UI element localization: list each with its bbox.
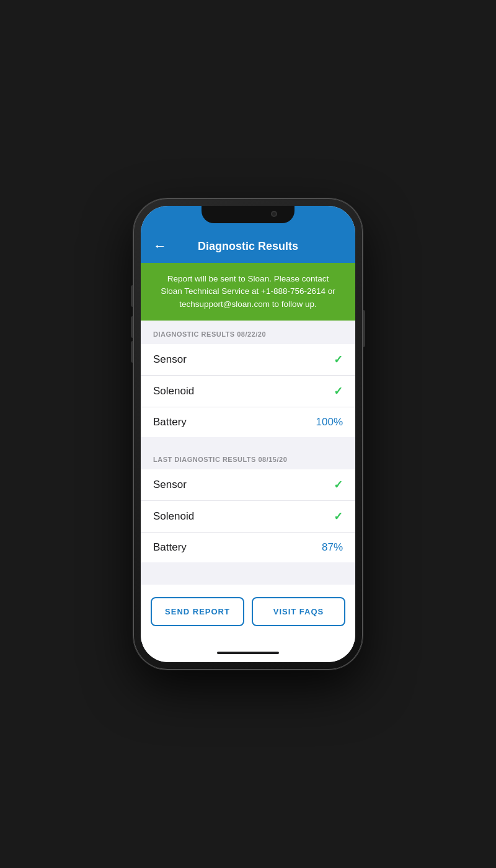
app-header: ← Diagnostic Results	[141, 233, 355, 263]
section-divider	[141, 437, 355, 446]
current-sensor-label: Sensor	[153, 353, 187, 366]
last-sensor-row: Sensor ✓	[141, 469, 355, 501]
current-results-list: Sensor ✓ Solenoid ✓ Battery 100%	[141, 344, 355, 437]
current-battery-row: Battery 100%	[141, 407, 355, 437]
current-sensor-check: ✓	[334, 353, 343, 366]
current-sensor-row: Sensor ✓	[141, 344, 355, 376]
current-solenoid-label: Solenoid	[153, 385, 194, 397]
last-solenoid-row: Solenoid ✓	[141, 501, 355, 533]
current-results-header: DIAGNOSTIC RESULTS 08/22/20	[141, 321, 355, 344]
last-solenoid-check: ✓	[334, 510, 343, 523]
current-battery-label: Battery	[153, 416, 187, 428]
bottom-actions: SEND REPORT VISIT FAQS	[141, 585, 355, 644]
current-solenoid-row: Solenoid ✓	[141, 376, 355, 407]
content-area: DIAGNOSTIC RESULTS 08/22/20 Sensor ✓ Sol…	[141, 321, 355, 585]
camera	[271, 211, 277, 217]
last-sensor-check: ✓	[334, 478, 343, 492]
last-results-list: Sensor ✓ Solenoid ✓ Battery 87%	[141, 469, 355, 562]
current-results-label: DIAGNOSTIC RESULTS 08/22/20	[153, 330, 266, 338]
notice-banner: Report will be sent to Sloan. Please con…	[141, 263, 355, 321]
page-title: Diagnostic Results	[173, 240, 323, 253]
phone-frame: ← Diagnostic Results Report will be sent…	[133, 198, 363, 670]
notice-text: Report will be sent to Sloan. Please con…	[156, 273, 340, 311]
current-battery-value: 100%	[316, 416, 343, 428]
last-battery-value: 87%	[322, 541, 343, 554]
phone-screen: ← Diagnostic Results Report will be sent…	[141, 206, 355, 662]
home-bar	[217, 652, 279, 654]
send-report-button[interactable]: SEND REPORT	[151, 597, 244, 626]
back-button[interactable]: ←	[153, 239, 167, 253]
last-battery-label: Battery	[153, 541, 187, 554]
current-results-section: DIAGNOSTIC RESULTS 08/22/20 Sensor ✓ Sol…	[141, 321, 355, 437]
notch	[202, 206, 294, 223]
last-results-label: LAST DIAGNOSTIC RESULTS 08/15/20	[153, 456, 287, 463]
current-solenoid-check: ✓	[334, 384, 343, 398]
last-sensor-label: Sensor	[153, 479, 187, 491]
last-results-header: LAST DIAGNOSTIC RESULTS 08/15/20	[141, 446, 355, 469]
last-battery-row: Battery 87%	[141, 533, 355, 562]
last-results-section: LAST DIAGNOSTIC RESULTS 08/15/20 Sensor …	[141, 446, 355, 562]
visit-faqs-button[interactable]: VISIT FAQS	[252, 597, 345, 626]
home-indicator	[141, 644, 355, 662]
last-solenoid-label: Solenoid	[153, 510, 194, 523]
